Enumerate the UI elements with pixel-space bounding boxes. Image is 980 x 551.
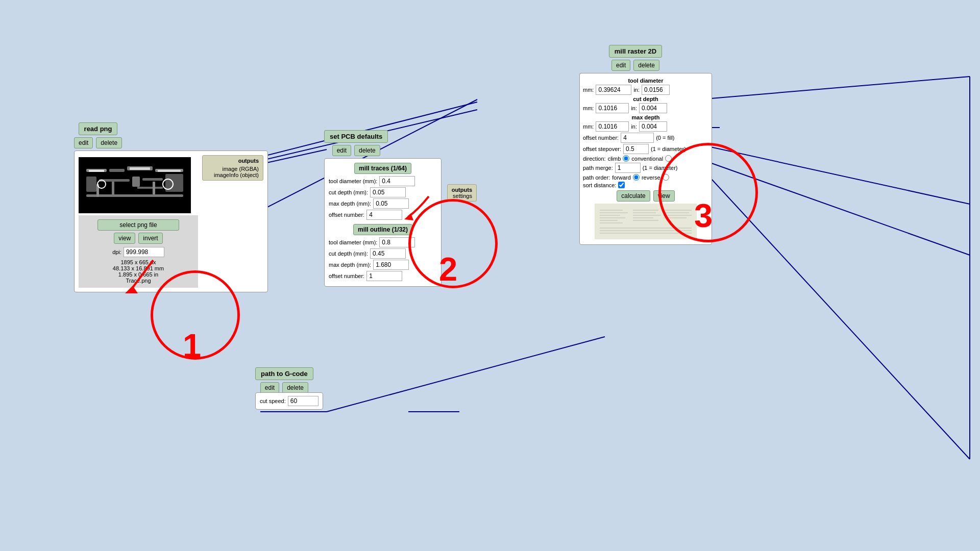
traces-max-depth-label: max depth (mm): [329,201,371,207]
svg-line-12 [669,133,970,459]
cut-in-input[interactable] [639,103,667,113]
svg-rect-26 [112,182,114,197]
svg-rect-30 [130,167,150,170]
cut-speed-input[interactable] [288,396,318,406]
path-reverse-radio[interactable] [663,174,669,181]
mill-traces-header[interactable]: mill traces (1/64) [354,163,411,174]
outline-offset-input[interactable] [366,271,402,281]
dpi-label: dpi: [112,249,121,255]
conventional-label: conventional [631,156,663,162]
direction-label: direction: [583,156,606,162]
raster-view-button[interactable]: view [653,190,675,202]
cut-mm-label: mm: [583,105,594,111]
pcb-edit-button[interactable]: edit [332,145,351,156]
tool-diam-section: tool diameter [583,78,708,84]
cut-depth-section: cut depth [583,96,708,102]
view-png-button[interactable]: view [114,233,135,244]
svg-rect-16 [109,169,125,172]
svg-rect-19 [86,177,96,192]
cut-speed-label: cut speed: [260,398,286,404]
raster-delete-button[interactable]: delete [633,60,659,71]
tool-in-input[interactable] [642,85,670,95]
path-to-gcode-node: path to G-code edit delete inputs cut sp… [255,367,313,407]
sort-dist-label: sort distance: [583,182,616,188]
reverse-label: reverse [642,174,660,181]
tool-mm-input[interactable] [596,85,631,95]
set-pcb-defaults-node: set PCB defaults edit delete mill traces… [324,130,388,158]
traces-max-depth-input[interactable] [373,198,409,209]
outline-cut-depth-label: cut depth (mm): [329,251,368,257]
svg-line-10 [669,77,970,102]
size-mm-info: 48.133 x 16.891 mm [83,265,194,271]
tool-in-label: in: [633,87,640,93]
read-png-edit-button[interactable]: edit [74,137,93,148]
mill-outline-header[interactable]: mill outline (1/32) [353,224,412,235]
cut-in-label: in: [631,105,637,111]
path-to-gcode-header[interactable]: path to G-code [255,367,313,380]
traces-cut-depth-input[interactable] [370,187,406,197]
invert-button[interactable]: invert [138,233,162,244]
max-in-input[interactable] [639,121,667,132]
mill-raster-node: mill raster 2D edit delete inputs imageI… [579,45,692,105]
traces-offset-label: offset number: [329,212,364,218]
path-forward-radio[interactable] [633,174,640,181]
output-imageinfo: imageInfo (object) [207,172,259,178]
traces-tool-diam-label: tool diameter (mm): [329,178,377,184]
read-png-node: read png edit delete [74,122,122,151]
forward-label: forward [612,174,631,181]
svg-rect-21 [132,177,140,187]
stepover-label: offset stepover: [583,146,621,152]
outline-tool-diam-input[interactable] [379,237,415,247]
svg-rect-31 [158,170,181,172]
max-mm-label: mm: [583,123,594,130]
size-in-info: 1.895 x 0.665 in [83,271,194,278]
svg-line-9 [327,337,605,412]
outline-max-depth-label: max depth (mm): [329,262,371,268]
raster-edit-button[interactable]: edit [611,60,630,71]
svg-line-6 [669,148,970,255]
pcb-outputs-settings: settings [452,193,472,199]
dpi-input[interactable] [124,247,164,257]
svg-rect-28 [153,182,155,194]
max-mm-input[interactable] [596,121,629,132]
tool-mm-label: mm: [583,87,594,93]
traces-cut-depth-label: cut depth (mm): [329,189,368,195]
pcb-outputs-label: outputs [452,187,472,193]
svg-rect-29 [89,170,104,172]
read-png-header[interactable]: read png [79,122,118,135]
mill-raster-header[interactable]: mill raster 2D [609,45,662,58]
offset-fill-hint: (0 = fill) [656,135,674,141]
svg-rect-22 [142,178,163,181]
stepover-hint: (1 = diameter) [651,146,686,152]
read-png-delete-button[interactable]: delete [96,137,122,148]
select-png-button[interactable]: select png file [97,219,179,231]
outline-cut-depth-input[interactable] [370,248,406,259]
filename-label: Trace.png [83,278,194,284]
size-px-info: 1895 x 665 px [83,259,194,265]
calculate-button[interactable]: calculate [617,190,650,202]
direction-climb-radio[interactable] [623,155,629,162]
traces-tool-diam-input[interactable] [379,176,415,186]
sort-dist-checkbox[interactable] [618,182,625,188]
offset-num-label: offset number: [583,135,619,141]
pcb-delete-button[interactable]: delete [354,145,380,156]
traces-offset-input[interactable] [366,210,402,220]
outline-max-depth-input[interactable] [373,260,409,270]
gcode-delete-button[interactable]: delete [282,382,308,393]
max-depth-section: max depth [583,114,708,120]
direction-conv-radio[interactable] [665,155,672,162]
stepover-input[interactable] [623,144,649,154]
svg-rect-27 [137,187,163,189]
climb-label: climb [608,156,621,162]
outputs-label: outputs [207,158,259,164]
path-merge-label: path merge: [583,165,613,171]
annotation-number-1: 1 [183,327,201,365]
path-merge-input[interactable] [615,163,641,173]
cut-mm-input[interactable] [596,103,629,113]
set-pcb-defaults-header[interactable]: set PCB defaults [324,130,388,143]
gcode-edit-button[interactable]: edit [260,382,279,393]
annotation-number-2: 2 [439,250,457,288]
offset-num-input[interactable] [621,133,654,143]
read-png-outputs: outputs image (RGBA) imageInfo (object) [202,155,263,181]
svg-rect-24 [86,194,183,197]
